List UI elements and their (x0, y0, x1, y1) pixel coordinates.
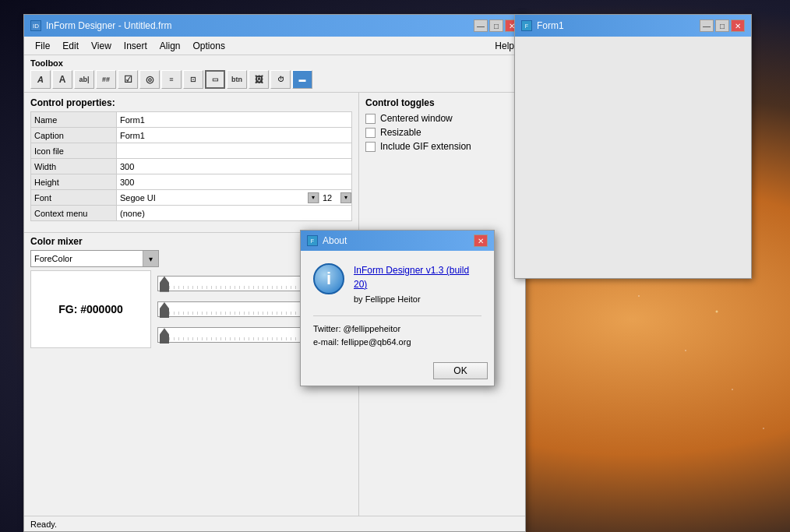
menu-align[interactable]: Align (155, 40, 185, 52)
about-build: 20 (354, 279, 364, 290)
form1-controls: — □ ✕ (700, 19, 745, 32)
tool-radio[interactable]: ◎ (139, 70, 160, 89)
prop-font-row: Font Segoe UI ▾ 12 ▾ (31, 190, 352, 206)
toolbox-buttons: A A ab| ## ☑ ◎ ≡ ⊡ ▭ btn 🖼 ⏱ ▬ (30, 70, 519, 89)
prop-icon-value[interactable] (117, 143, 352, 159)
properties-table: Name Form1 Caption Form1 Icon file Width… (30, 111, 352, 221)
form1-icon: F (521, 20, 532, 31)
tool-checkbox[interactable]: ☑ (118, 70, 138, 89)
prop-caption-key: Caption (31, 128, 117, 143)
prop-height-value[interactable]: 300 (117, 174, 352, 190)
prop-width-row: Width 300 (31, 159, 352, 174)
gif-checkbox[interactable] (365, 142, 376, 152)
font-dropdown-arrow[interactable]: ▾ (308, 192, 319, 203)
designer-title: InForm Designer - Untitled.frm (46, 20, 171, 31)
titlebar-left: ID InForm Designer - Untitled.frm (30, 20, 171, 31)
about-by: by Fellippe Heitor (354, 293, 481, 306)
properties-title: Control properties: (30, 97, 352, 108)
prop-context-key: Context menu (31, 206, 117, 221)
prop-height-key: Height (31, 174, 117, 190)
form1-content (515, 37, 751, 278)
color-dropdown-value: ForeColor (31, 254, 143, 263)
prop-width-value[interactable]: 300 (117, 159, 352, 174)
tool-hash[interactable]: ## (96, 70, 116, 89)
color-dropdown-arrow[interactable]: ▾ (143, 251, 158, 266)
prop-context-row: Context menu (none) (31, 206, 352, 221)
about-divider (313, 315, 481, 316)
about-close-button[interactable]: ✕ (474, 234, 488, 247)
color-dropdown[interactable]: ForeColor ▾ (30, 250, 159, 267)
form1-close[interactable]: ✕ (731, 19, 745, 32)
form1-minimize[interactable]: — (700, 19, 714, 32)
prop-name-key: Name (31, 112, 117, 128)
designer-titlebar: ID InForm Designer - Untitled.frm — □ ✕ (24, 15, 525, 37)
toolbox-section: Toolbox A A ab| ## ☑ ◎ ≡ ⊡ ▭ btn 🖼 ⏱ ▬ (24, 55, 525, 93)
toggle-centered: Centered window (365, 113, 519, 124)
menu-edit[interactable]: Edit (58, 40, 83, 52)
menu-options[interactable]: Options (189, 40, 230, 52)
tool-frame[interactable]: ▭ (205, 70, 225, 89)
prop-context-value[interactable]: (none) (117, 206, 352, 221)
properties-section: Control properties: Name Form1 Caption F… (24, 93, 358, 226)
maximize-button[interactable]: □ (489, 19, 503, 32)
color-preview-text: FG: #000000 (58, 303, 123, 315)
prop-height-row: Height 300 (31, 174, 352, 190)
resizable-label: Resizable (380, 127, 421, 138)
designer-icon: ID (30, 20, 41, 31)
form1-title: Form1 (537, 20, 564, 31)
info-icon: i (313, 263, 344, 294)
resizable-checkbox[interactable] (365, 128, 376, 138)
prop-width-key: Width (31, 159, 117, 174)
menu-view[interactable]: View (86, 40, 116, 52)
about-version: InForm Designer v1.3 (build 20) (354, 263, 481, 291)
about-icon: F (307, 235, 318, 246)
prop-caption-value[interactable]: Form1 (117, 128, 352, 143)
green-handle (160, 302, 169, 318)
tool-combo[interactable]: ⊡ (183, 70, 203, 89)
form1-maximize[interactable]: □ (715, 19, 729, 32)
menubar: File Edit View Insert Align Options Help (24, 37, 525, 55)
toolbox-label: Toolbox (30, 58, 519, 68)
tool-timer[interactable]: ⏱ (270, 70, 291, 89)
tool-input[interactable]: ab| (74, 70, 94, 89)
tool-button[interactable]: btn (227, 70, 247, 89)
about-content: i InForm Designer v1.3 (build 20) by Fel… (313, 263, 481, 306)
status-text: Ready. (30, 520, 57, 529)
menu-insert[interactable]: Insert (119, 40, 152, 52)
font-name[interactable]: Segoe UI (117, 192, 308, 203)
about-ok-button[interactable]: OK (433, 362, 488, 379)
tool-listbox[interactable]: ≡ (161, 70, 182, 89)
minimize-button[interactable]: — (474, 19, 488, 32)
prop-font-key: Font (31, 190, 117, 206)
tool-label[interactable]: A (30, 70, 51, 89)
tool-image[interactable]: 🖼 (249, 70, 269, 89)
centered-window-checkbox[interactable] (365, 114, 376, 124)
centered-window-label: Centered window (380, 113, 453, 124)
about-body: i InForm Designer v1.3 (build 20) by Fel… (301, 251, 494, 359)
menu-file[interactable]: File (30, 40, 55, 52)
blue-handle (160, 328, 169, 344)
about-social: Twitter: @fellippeheitor e-mail: fellipp… (313, 322, 481, 350)
color-preview: FG: #000000 (30, 270, 151, 348)
tool-progress[interactable]: ▬ (292, 70, 312, 89)
font-size[interactable]: 12 (319, 192, 340, 203)
about-titlebar: F About ✕ (301, 231, 494, 251)
prop-name-value[interactable]: Form1 (117, 112, 352, 128)
prop-font-value: Segoe UI ▾ 12 ▾ (117, 190, 352, 206)
red-handle (160, 277, 169, 292)
about-titlebar-left: F About (307, 235, 347, 246)
form1-titlebar-left: F Form1 (521, 20, 564, 31)
form1-window: F Form1 — □ ✕ (514, 14, 752, 279)
prop-icon-key: Icon file (31, 143, 117, 159)
toggle-gif: Include GIF extension (365, 141, 519, 152)
gif-label: Include GIF extension (380, 141, 471, 152)
toggle-resizable: Resizable (365, 127, 519, 138)
font-size-arrow[interactable]: ▾ (340, 192, 351, 203)
control-toggles-title: Control toggles (365, 97, 519, 108)
about-ok-row: OK (301, 359, 494, 386)
tool-text[interactable]: A (52, 70, 72, 89)
statusbar: Ready. (24, 516, 525, 531)
prop-caption-row: Caption Form1 (31, 128, 352, 143)
about-twitter: Twitter: @fellippeheitor (313, 322, 481, 336)
about-email: e-mail: fellippe@qb64.org (313, 336, 481, 350)
